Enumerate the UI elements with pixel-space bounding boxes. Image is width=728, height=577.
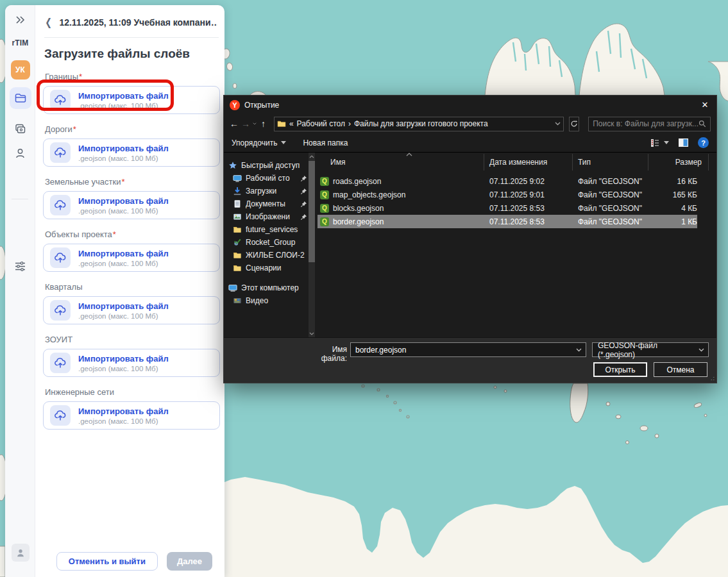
sidebar-item[interactable]: Видео (224, 294, 309, 307)
refresh-button[interactable] (569, 117, 579, 131)
file-row[interactable]: Q roads.geojson 07.11.2025 9:02 Файл "GE… (317, 174, 697, 188)
upload-section: Объекты проекта* Импортировать файл (43, 230, 220, 272)
nav-item-gallery[interactable] (5, 123, 35, 135)
scrollbar-thumb[interactable] (309, 161, 315, 262)
file-type: Файл "GEOJSON" (573, 190, 648, 199)
breadcrumb-desktop[interactable]: Рабочий стол (297, 119, 345, 128)
file-open-dialog: Y Открытие ✕ ← → ↑ « Рабочий стол › Файл… (223, 95, 717, 383)
preview-pane-button[interactable] (678, 138, 689, 147)
breadcrumb-folder[interactable]: Файлы для загрузки готового проекта (354, 119, 488, 128)
geojson-file-icon: Q (320, 177, 329, 186)
organize-menu-button[interactable]: Упорядочить (232, 138, 286, 147)
upload-sections: Границы* Импортировать файл (40, 72, 221, 430)
sidebar-item[interactable]: Rocket_Group (224, 236, 309, 249)
file-row[interactable]: Q border.geojson 07.11.2025 8:53 Файл "G… (317, 215, 697, 228)
cloud-upload-icon (50, 90, 71, 110)
file-size: 16 КБ (648, 177, 697, 186)
nav-item-layers[interactable] (5, 87, 35, 109)
nav-item-settings[interactable] (5, 260, 35, 272)
file-size: 165 КБ (648, 190, 697, 199)
next-button[interactable]: Далее (167, 552, 212, 571)
filename-input[interactable]: border.geojson (350, 342, 586, 357)
search-placeholder: Поиск в: Файлы для загрузк... (593, 119, 698, 128)
app-logo: rTIM (5, 38, 35, 47)
sidebar-scrollbar[interactable] (309, 153, 315, 337)
upload-section: Границы* Импортировать файл (43, 72, 220, 114)
close-icon[interactable]: ✕ (693, 96, 716, 114)
sort-ascending-icon (406, 153, 412, 156)
scroll-down-icon[interactable] (309, 330, 315, 337)
file-format-hint: .geojson (макс. 100 Мб) (78, 155, 169, 162)
panel-content: ❮ 12.11.2025, 11:09 Учебная компани… Заг… (35, 5, 224, 577)
file-name: roads.geojson (333, 177, 381, 186)
column-name[interactable]: Имя (317, 154, 484, 171)
nav-item-user[interactable] (5, 147, 35, 160)
import-file-button[interactable]: Импортировать файл .geojson (макс. 100 М… (43, 401, 220, 430)
sidebar-item[interactable]: Рабочий сто (224, 172, 309, 185)
file-format-hint: .geojson (макс. 100 Мб) (78, 365, 169, 372)
open-button[interactable]: Открыть (593, 362, 647, 377)
view-selector-button[interactable] (650, 138, 669, 147)
cancel-exit-button[interactable]: Отменить и выйти (56, 552, 158, 571)
section-label: ЗОУИТ (45, 335, 72, 344)
upload-section: Земельные участки* Импортировать файл (43, 177, 220, 219)
sidebar-item[interactable]: Этот компьютер (224, 281, 309, 294)
geojson-file-icon: Q (320, 190, 329, 199)
import-file-button[interactable]: Импортировать файл .geojson (макс. 100 М… (43, 86, 220, 114)
sidebar-item[interactable]: future_services (224, 223, 309, 236)
user-icon (14, 147, 26, 160)
sidebar-item[interactable]: Загрузки (224, 185, 309, 197)
cloud-upload-icon (50, 195, 71, 215)
files-layers-icon (10, 87, 31, 109)
import-file-button[interactable]: Импортировать файл .geojson (макс. 100 М… (43, 296, 220, 324)
breadcrumb[interactable]: « Рабочий стол › Файлы для загрузки гото… (274, 117, 564, 131)
file-row[interactable]: Q map_objects.geojson 07.11.2025 9:01 Фа… (317, 188, 697, 201)
sidebar-item[interactable]: ЖИЛЬЕ СЛОИ-2 (224, 249, 309, 262)
project-title: 12.11.2025, 11:09 Учебная компани… (59, 17, 217, 28)
import-file-button[interactable]: Импортировать файл .geojson (макс. 100 М… (43, 191, 220, 219)
import-file-button[interactable]: Импортировать файл .geojson (макс. 100 М… (43, 244, 220, 272)
help-button[interactable]: ? (698, 137, 709, 148)
sidebar-item-icon (233, 187, 242, 196)
filetype-select[interactable]: GEOJSON-файл (*.geojson) (592, 342, 709, 357)
dialog-title: Открытие (244, 101, 279, 110)
column-date[interactable]: Дата изменения (484, 154, 573, 171)
back-arrow-icon[interactable]: ← (230, 119, 239, 129)
panel-footer: Отменить и выйти Далее (35, 552, 224, 571)
column-size[interactable]: Размер (648, 154, 709, 171)
pin-icon (300, 175, 307, 182)
scroll-up-icon[interactable] (309, 153, 315, 160)
back-chevron-icon[interactable]: ❮ (45, 17, 52, 28)
up-arrow-icon[interactable]: ↑ (259, 119, 267, 129)
column-type[interactable]: Тип (573, 154, 648, 171)
dialog-titlebar[interactable]: Y Открытие ✕ (224, 96, 716, 114)
import-file-label: Импортировать файл (78, 91, 169, 101)
dialog-cancel-button[interactable]: Отмена (654, 362, 707, 377)
workspace-avatar[interactable]: УК (5, 60, 35, 79)
sidebar-item[interactable]: Документы (224, 197, 309, 210)
page-title: Загрузите файлы слоёв (44, 47, 217, 61)
file-name: map_objects.geojson (333, 190, 405, 199)
dropdown-triangle-icon (281, 141, 286, 144)
history-chevron-icon[interactable] (253, 122, 257, 126)
import-file-button[interactable]: Импортировать файл .geojson (макс. 100 М… (43, 138, 220, 167)
filename-label: Имя файла: (305, 345, 347, 363)
forward-arrow-icon[interactable]: → (241, 119, 250, 129)
sliders-icon (14, 260, 26, 272)
geojson-file-icon: Q (320, 217, 329, 226)
resize-grip[interactable]: .: (711, 375, 715, 381)
new-folder-button[interactable]: Новая папка (303, 138, 348, 147)
search-input[interactable]: Поиск в: Файлы для загрузк... (588, 117, 711, 131)
upload-section: Дороги* Импортировать файл (43, 124, 220, 167)
import-file-button[interactable]: Импортировать файл .geojson (макс. 100 М… (43, 349, 220, 377)
sidebar-item[interactable]: Изображени (224, 210, 309, 223)
expand-sidebar-button[interactable] (5, 14, 35, 26)
sidebar-item[interactable]: Сценарии (224, 262, 309, 274)
sidebar-item[interactable]: Быстрый доступ (224, 159, 309, 172)
geojson-file-icon: Q (320, 204, 329, 213)
address-dropdown-icon[interactable] (555, 122, 561, 126)
details-view-icon (650, 138, 660, 147)
file-row[interactable]: Q blocks.geojson 07.11.2025 8:53 Файл "G… (317, 201, 697, 215)
upload-section: Кварталы Импортировать файл (43, 282, 220, 324)
profile-button[interactable] (5, 544, 35, 562)
